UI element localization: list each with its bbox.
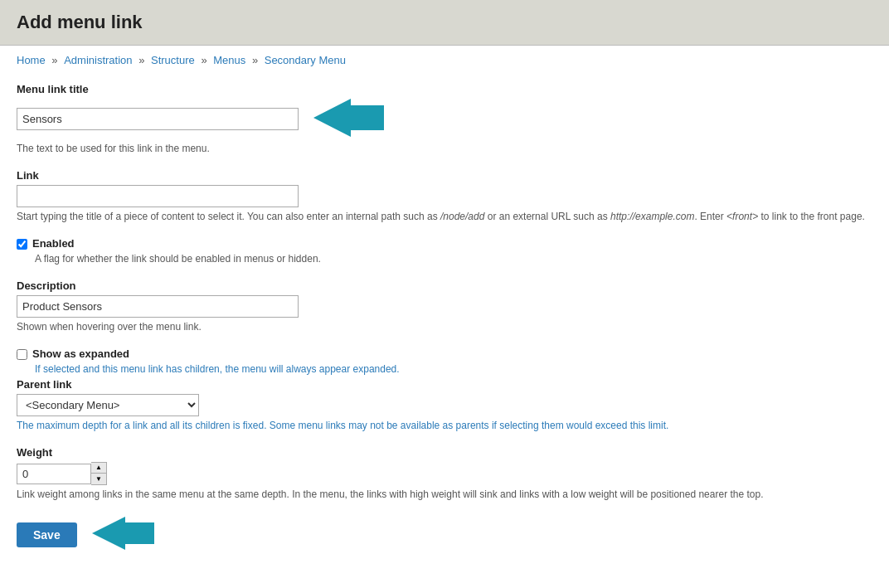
show-expanded-hint: If selected and this menu link has child…: [35, 363, 872, 375]
enabled-label[interactable]: Enabled: [32, 237, 75, 250]
description-hint: Shown when hovering over the menu link.: [17, 321, 872, 333]
weight-hint: Link weight among links in the same menu…: [17, 488, 872, 500]
page-title: Add menu link: [17, 12, 872, 33]
save-row: Save: [17, 517, 872, 552]
save-arrow-left-icon: [92, 517, 154, 550]
save-button[interactable]: Save: [17, 522, 77, 547]
link-hint-before: Start typing the title of a piece of con…: [17, 211, 440, 222]
expanded-checkbox-row: Show as expanded: [17, 347, 872, 360]
link-hint-url: http://example.com: [610, 211, 694, 222]
arrow-left-icon: [313, 99, 384, 137]
breadcrumb-secondary-menu[interactable]: Secondary Menu: [265, 54, 346, 66]
page-header: Add menu link: [0, 0, 889, 46]
link-hint-front: <front>: [726, 211, 758, 222]
breadcrumb-home[interactable]: Home: [17, 54, 46, 66]
menu-link-title-input[interactable]: [17, 108, 299, 130]
weight-up-button[interactable]: ▲: [91, 463, 106, 474]
weight-label: Weight: [17, 446, 872, 459]
breadcrumb-sep-4: »: [252, 54, 261, 66]
enabled-hint: A flag for whether the link should be en…: [35, 253, 872, 265]
show-expanded-label[interactable]: Show as expanded: [32, 347, 129, 360]
parent-link-hint: The maximum depth for a link and all its…: [17, 420, 872, 431]
breadcrumb-structure[interactable]: Structure: [151, 54, 195, 66]
link-hint-end: to link to the front page.: [758, 211, 865, 222]
enabled-checkbox[interactable]: [17, 239, 27, 250]
show-expanded-group: Show as expanded If selected and this me…: [17, 347, 872, 375]
show-expanded-checkbox[interactable]: [17, 349, 27, 360]
weight-container: ▲ ▼: [17, 462, 872, 485]
menu-link-title-label: Menu link title: [17, 83, 872, 95]
breadcrumb-sep-1: »: [51, 54, 61, 66]
link-hint: Start typing the title of a piece of con…: [17, 211, 872, 222]
title-arrow-indicator: [313, 99, 384, 139]
breadcrumb-menus[interactable]: Menus: [213, 54, 245, 66]
link-group: Link Start typing the title of a piece o…: [17, 169, 872, 222]
breadcrumb: Home » Administration » Structure » Menu…: [0, 46, 889, 75]
parent-link-label: Parent link: [17, 378, 872, 391]
title-input-row: [17, 99, 872, 139]
breadcrumb-administration[interactable]: Administration: [64, 54, 132, 66]
svg-marker-1: [92, 517, 154, 550]
parent-link-select[interactable]: <Secondary Menu>: [17, 394, 199, 416]
weight-down-button[interactable]: ▼: [91, 474, 106, 484]
parent-link-group: Parent link <Secondary Menu> The maximum…: [17, 378, 872, 431]
description-input[interactable]: [17, 295, 299, 318]
svg-marker-0: [313, 99, 384, 137]
menu-link-title-group: Menu link title The text to be used for …: [17, 83, 872, 154]
link-input[interactable]: [17, 185, 299, 207]
form-area: Menu link title The text to be used for …: [0, 75, 889, 577]
weight-spinner: ▲ ▼: [91, 462, 107, 485]
link-hint-path: /node/add: [440, 211, 484, 222]
description-label: Description: [17, 279, 872, 292]
save-arrow-indicator: [92, 517, 154, 552]
description-group: Description Shown when hovering over the…: [17, 279, 872, 333]
weight-input[interactable]: [17, 464, 91, 484]
breadcrumb-sep-2: »: [138, 54, 148, 66]
link-hint-after: . Enter: [694, 211, 726, 222]
breadcrumb-sep-3: »: [201, 54, 210, 66]
weight-group: Weight ▲ ▼ Link weight among links in th…: [17, 446, 872, 500]
link-hint-middle: or an external URL such as: [484, 211, 610, 222]
menu-link-title-hint: The text to be used for this link in the…: [17, 143, 872, 154]
enabled-group: Enabled A flag for whether the link shou…: [17, 237, 872, 265]
enabled-checkbox-row: Enabled: [17, 237, 872, 250]
link-label: Link: [17, 169, 872, 182]
